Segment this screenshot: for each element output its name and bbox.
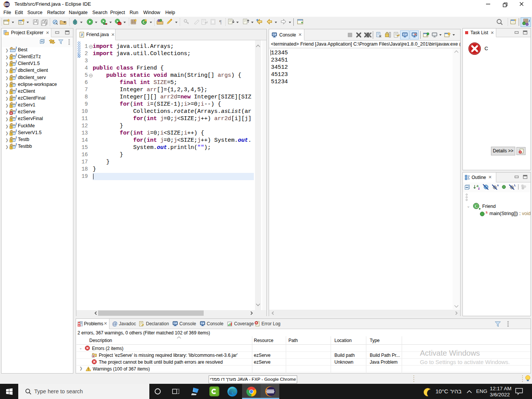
svg-text:!: ! bbox=[11, 91, 12, 94]
svg-text:!: ! bbox=[11, 104, 12, 108]
svg-text:!: ! bbox=[11, 70, 12, 74]
svg-text:J: J bbox=[15, 87, 17, 91]
svg-text:!: ! bbox=[11, 125, 12, 129]
svg-text:J: J bbox=[15, 115, 17, 119]
svg-text:!: ! bbox=[11, 77, 12, 81]
svg-text:!: ! bbox=[11, 119, 12, 122]
svg-text:J: J bbox=[15, 135, 17, 139]
svg-text:J: J bbox=[15, 142, 17, 146]
svg-text:J: J bbox=[15, 53, 17, 57]
svg-text:J: J bbox=[15, 73, 17, 77]
svg-text:!: ! bbox=[11, 98, 12, 101]
svg-text:x: x bbox=[10, 111, 12, 115]
svg-text:!: ! bbox=[11, 63, 12, 67]
svg-text:!: ! bbox=[11, 56, 12, 60]
svg-text:¶: ¶ bbox=[219, 19, 222, 25]
svg-text:!: ! bbox=[11, 132, 12, 136]
svg-text:J: J bbox=[15, 122, 17, 125]
svg-text:S: S bbox=[486, 211, 488, 214]
svg-text:J: J bbox=[15, 128, 17, 132]
svg-text:J: J bbox=[15, 66, 17, 70]
svg-text:!: ! bbox=[11, 84, 12, 87]
svg-text:J: J bbox=[15, 101, 17, 105]
svg-text:!: ! bbox=[11, 146, 12, 149]
svg-text:J: J bbox=[15, 60, 17, 63]
svg-text:@: @ bbox=[112, 321, 117, 327]
svg-text:J: J bbox=[15, 94, 17, 98]
svg-text:J: J bbox=[15, 108, 17, 112]
svg-text:C: C bbox=[475, 204, 477, 208]
svg-text:!: ! bbox=[11, 139, 12, 142]
svg-text:s: s bbox=[497, 184, 499, 187]
svg-text:L: L bbox=[514, 184, 516, 187]
svg-text:J: J bbox=[528, 19, 530, 23]
svg-text:z: z bbox=[478, 187, 480, 190]
svg-text:J: J bbox=[15, 46, 17, 50]
svg-text:J: J bbox=[81, 32, 83, 37]
